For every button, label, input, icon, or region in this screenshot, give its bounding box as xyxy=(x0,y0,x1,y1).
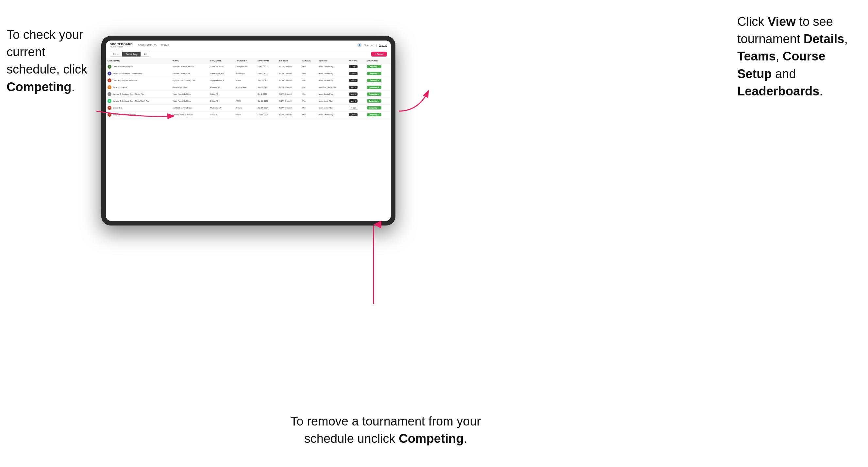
nav-teams[interactable]: TEAMS xyxy=(160,44,169,46)
scoring-cell: team, Match Play xyxy=(317,104,347,112)
scoring-cell: team, Stroke Play xyxy=(317,77,347,84)
city-state-cell: Maricopa, AZ xyxy=(209,104,234,112)
venue-cell: Olympia Fields Country Club xyxy=(171,77,209,84)
scoring-cell: individual, Stroke Play xyxy=(317,84,347,91)
table-row: Jackson T. Stephens Cup – Stroke PlayTri… xyxy=(106,91,391,98)
event-name-cell: JJackson T. Stephens Cup – Men's Match P… xyxy=(106,98,171,104)
annotation-left: To check your current schedule, click Co… xyxy=(6,26,98,96)
division-cell: NCAA Division I xyxy=(278,77,301,84)
view-button[interactable]: View ℹ xyxy=(349,99,358,103)
competing-cell: Competing ✓ xyxy=(365,63,391,70)
action-cell: View ℹ xyxy=(347,63,365,70)
col-hosted-by: HOSTED BY xyxy=(234,59,256,63)
edit-button[interactable]: ✏ Edit xyxy=(349,106,358,110)
division-cell: NCAA Division I xyxy=(278,84,301,91)
nav-tournaments[interactable]: TOURNAMENTS xyxy=(138,44,157,46)
sign-out-link[interactable]: Sign out xyxy=(379,44,387,46)
nav-right: 👤 Test User | Sign out xyxy=(357,43,387,48)
competing-button[interactable]: Competing ✓ xyxy=(367,99,381,103)
gender-cell: Men xyxy=(301,98,317,104)
competing-button[interactable]: Competing ✓ xyxy=(367,86,381,89)
city-state-cell: Lihue, HI xyxy=(209,112,234,118)
table-header-row: EVENT NAME VENUE CITY, STATE HOSTED BY S… xyxy=(106,59,391,63)
annotation-bottom: To remove a tournament from your schedul… xyxy=(271,413,500,447)
venue-cell: Ak-Chin Southern Dunes xyxy=(171,104,209,112)
action-cell: View ℹ xyxy=(347,112,365,118)
filter-tabs: Ho… Competing All xyxy=(110,52,150,57)
hosted-by-cell: Illinois xyxy=(234,77,256,84)
tab-home[interactable]: Ho… xyxy=(110,52,122,57)
view-button[interactable]: View ℹ xyxy=(349,72,358,75)
create-button[interactable]: + Create xyxy=(371,52,387,57)
city-state-cell: Sammamish, WA xyxy=(209,70,234,77)
gender-cell: Men xyxy=(301,112,317,118)
scoring-cell: team, Stroke Play xyxy=(317,70,347,77)
nav-links: TOURNAMENTS TEAMS xyxy=(138,44,357,46)
user-label: Test User xyxy=(364,44,373,46)
start-date-cell: Sep 18, 2023 xyxy=(256,84,277,91)
filter-bar: Ho… Competing All + Create xyxy=(106,50,391,59)
city-state-cell: Dallas, TX xyxy=(209,91,234,98)
event-name-cell: Jackson T. Stephens Cup – Stroke Play xyxy=(106,91,171,98)
event-name-cell: PPapago Individual xyxy=(106,84,171,91)
gender-cell: Men xyxy=(301,91,317,98)
table-row: HJohn A. Burns IntercollegiateOcean Cour… xyxy=(106,112,391,118)
col-competing: COMPETING xyxy=(365,59,391,63)
hosted-by-cell: Michigan State xyxy=(234,63,256,70)
view-button[interactable]: View ℹ xyxy=(349,65,358,68)
hosted-by-cell: Hawaii xyxy=(234,112,256,118)
col-division: DIVISION xyxy=(278,59,301,63)
hosted-by-cell: Arizona State xyxy=(234,84,256,91)
division-cell: NCAA Division I xyxy=(278,104,301,112)
competing-button[interactable]: Competing ✓ xyxy=(367,92,381,96)
start-date-cell: Sep 4, 2023 xyxy=(256,63,277,70)
gender-cell: Men xyxy=(301,63,317,70)
hosted-by-cell: Washington xyxy=(234,70,256,77)
division-cell: NCAA Division I xyxy=(278,98,301,104)
col-event-name: EVENT NAME xyxy=(106,59,171,63)
competing-button[interactable]: Competing ✓ xyxy=(367,72,381,75)
col-gender: GENDER xyxy=(301,59,317,63)
tournaments-table-wrap: EVENT NAME VENUE CITY, STATE HOSTED BY S… xyxy=(106,59,391,221)
action-cell: View ℹ xyxy=(347,70,365,77)
action-cell: View ℹ xyxy=(347,77,365,84)
table-row: ACopper CupAk-Chin Southern DunesMaricop… xyxy=(106,104,391,112)
view-button[interactable]: View ℹ xyxy=(349,86,358,89)
venue-cell: Papago Golf Club xyxy=(171,84,209,91)
competing-button[interactable]: Competing ✓ xyxy=(367,65,381,68)
action-cell: View ℹ xyxy=(347,84,365,91)
venue-cell: Trinity Forest Golf Club xyxy=(171,98,209,104)
scoring-cell: team, Stroke Play xyxy=(317,112,347,118)
competing-button[interactable]: Competing ✓ xyxy=(367,106,381,110)
city-state-cell: Phoenix, AZ xyxy=(209,84,234,91)
city-state-cell: Olympia Fields, IL xyxy=(209,77,234,84)
city-state-cell: Grand Haven, MI xyxy=(209,63,234,70)
start-date-cell: Oct 11, 2023 xyxy=(256,98,277,104)
competing-button[interactable]: Competing ✓ xyxy=(367,113,381,116)
tab-all[interactable]: All xyxy=(141,52,150,57)
scoring-cell: team, Match Play xyxy=(317,98,347,104)
annotation-top-right: Click View to see tournament Details, Te… xyxy=(737,13,862,100)
tab-competing[interactable]: Competing xyxy=(122,52,141,57)
view-button[interactable]: View ℹ xyxy=(349,92,358,96)
action-cell: View ℹ xyxy=(347,98,365,104)
hosted-by-cell: Arizona xyxy=(234,104,256,112)
competing-cell: Competing ✓ xyxy=(365,91,391,98)
competing-cell: Competing ✓ xyxy=(365,70,391,77)
col-venue: VENUE xyxy=(171,59,209,63)
view-button[interactable]: View ℹ xyxy=(349,113,358,116)
table-row: PPapago IndividualPapago Golf ClubPhoeni… xyxy=(106,84,391,91)
hosted-by-cell xyxy=(234,91,256,98)
logo-subtitle: Powered by clippi xyxy=(110,46,133,48)
competing-button[interactable]: Competing ✓ xyxy=(367,79,381,82)
city-state-cell: Dallas, TX xyxy=(209,98,234,104)
logo-title: SCOREBOARD xyxy=(110,42,133,46)
division-cell: NCAA Division I xyxy=(278,112,301,118)
tablet-screen: SCOREBOARD Powered by clippi TOURNAMENTS… xyxy=(106,40,391,221)
action-cell: View ℹ xyxy=(347,91,365,98)
scoreboard-logo: SCOREBOARD Powered by clippi xyxy=(110,42,133,48)
start-date-cell: Feb 15, 2024 xyxy=(256,112,277,118)
venue-cell: American Dunes Golf Club xyxy=(171,63,209,70)
event-name-cell: W2023 Sahalee Players Championship xyxy=(106,70,171,77)
view-button[interactable]: View ℹ xyxy=(349,79,358,82)
